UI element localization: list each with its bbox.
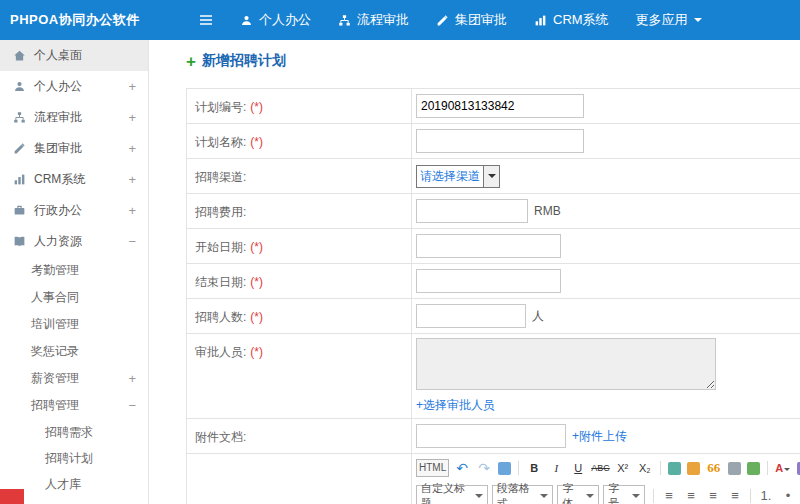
sidebar-item-hr-contract[interactable]: 人事合同 [0, 284, 148, 311]
topnav-label: CRM系统 [553, 11, 609, 29]
end-date-input[interactable] [416, 269, 561, 293]
field-label: 计划编号:(*) [187, 89, 412, 123]
field-label: 审批人员:(*) [187, 334, 412, 418]
annotate-button[interactable] [747, 462, 760, 475]
sidebar-item-salary-mgmt[interactable]: 薪资管理 + [0, 365, 148, 392]
form-row: 审批人员:(*) +选择审批人员 [187, 334, 800, 419]
plan-number-input[interactable] [416, 94, 584, 118]
font-size-select[interactable]: 字号 [603, 485, 645, 504]
format-brush-button[interactable] [687, 462, 700, 475]
paste-button[interactable] [728, 462, 741, 475]
sidebar-item-label: 个人办公 [34, 78, 82, 95]
undo-button[interactable]: ↶ [451, 459, 473, 477]
ordered-list-button[interactable]: 1. [755, 487, 777, 504]
sidebar-item-personal-desktop[interactable]: 个人桌面 [0, 40, 148, 71]
subscript-button[interactable]: X₂ [634, 459, 656, 477]
sidebar-item-recruit-demand[interactable]: 招聘需求 [0, 419, 148, 445]
topnav-personal-office[interactable]: 个人办公 [240, 11, 311, 29]
font-color-button[interactable]: A [772, 459, 794, 477]
form-row: 结束日期:(*) [187, 264, 800, 299]
align-left-button[interactable]: ≡ [658, 487, 680, 504]
home-icon [13, 49, 26, 62]
sidebar-bottom-red-badge [0, 489, 24, 504]
justify-button[interactable]: ≡ [724, 487, 746, 504]
app-brand: PHPOA协同办公软件 [0, 11, 162, 29]
recruit-channel-select[interactable]: 请选择渠道 [416, 165, 500, 188]
strikethrough-button[interactable]: ABC [589, 459, 612, 477]
align-right-button[interactable]: ≡ [702, 487, 724, 504]
currency-suffix: RMB [534, 204, 561, 218]
sidebar-item-label: 奖惩记录 [31, 343, 79, 360]
edit-icon [436, 14, 449, 27]
topnav-label: 集团审批 [455, 11, 507, 29]
redo-button[interactable]: ↷ [473, 459, 495, 477]
field-label-empty [187, 454, 412, 504]
field-label: 附件文档: [187, 419, 412, 453]
sidebar-item-attendance-mgmt[interactable]: 考勤管理 [0, 257, 148, 284]
sidebar-item-recruit-plan[interactable]: 招聘计划 [0, 445, 148, 471]
topnav-group-approval[interactable]: 集团审批 [436, 11, 507, 29]
sidebar-item-label: 人才库 [45, 476, 81, 493]
field-label: 结束日期:(*) [187, 264, 412, 298]
align-center-button[interactable]: ≡ [680, 487, 702, 504]
sidebar: 个人桌面 个人办公 + 流程审批 + 集团审批 + CRM系统 + 行政办公 + [0, 40, 149, 504]
headcount-input[interactable] [416, 304, 526, 328]
html-source-button[interactable]: HTML [416, 459, 449, 477]
person-icon [13, 80, 26, 93]
sidebar-item-admin-office[interactable]: 行政办公 + [0, 195, 148, 226]
editor-toolbar-row1: HTML ↶ ↷ B I U ABC X² X₂ 66 [412, 454, 800, 480]
search-replace-button[interactable] [498, 462, 511, 475]
heading-style-select[interactable]: 自定义标题 [416, 485, 488, 504]
plan-name-input[interactable] [416, 129, 584, 153]
unordered-list-button[interactable]: • [777, 487, 799, 504]
toolbar-separator [653, 489, 654, 503]
underline-button[interactable]: U [567, 459, 589, 477]
attachment-input[interactable] [416, 424, 566, 448]
toolbar-separator [518, 461, 519, 475]
bold-button[interactable]: B [523, 459, 545, 477]
required-mark: (*) [250, 275, 263, 289]
sidebar-item-label: 个人桌面 [34, 47, 82, 64]
topnav-label: 更多应用 [636, 11, 688, 29]
required-mark: (*) [250, 240, 263, 254]
sidebar-item-label: CRM系统 [34, 171, 85, 188]
expand-sign: − [128, 234, 136, 249]
sidebar-item-group-approval[interactable]: 集团审批 + [0, 133, 148, 164]
blockquote-button[interactable]: 66 [703, 459, 725, 477]
attachment-upload-link[interactable]: +附件上传 [572, 428, 627, 445]
sidebar-item-label: 培训管理 [31, 316, 79, 333]
recruit-cost-input[interactable] [416, 199, 528, 223]
sidebar-item-workflow-approval[interactable]: 流程审批 + [0, 102, 148, 133]
remove-format-button[interactable] [668, 462, 681, 475]
person-icon [240, 14, 253, 27]
topnav-workflow-approval[interactable]: 流程审批 [338, 11, 409, 29]
main-content: + 新增招聘计划 计划编号:(*) 计划名称:(*) [149, 40, 800, 504]
superscript-button[interactable]: X² [612, 459, 634, 477]
sidebar-item-label: 集团审批 [34, 140, 82, 157]
choose-approvers-link[interactable]: +选择审批人员 [416, 397, 495, 414]
caret-down-icon [694, 18, 702, 26]
approvers-textarea[interactable] [416, 338, 716, 390]
expand-sign: + [128, 141, 136, 156]
start-date-input[interactable] [416, 234, 561, 258]
topnav-more-apps[interactable]: 更多应用 [636, 11, 702, 29]
expand-sign: + [128, 203, 136, 218]
topnav-crm-system[interactable]: CRM系统 [534, 11, 609, 29]
form-row: 计划编号:(*) [187, 89, 800, 124]
font-family-select[interactable]: 字体 [557, 485, 599, 504]
paragraph-format-select[interactable]: 段落格式 [492, 485, 554, 504]
sidebar-item-label: 招聘计划 [45, 450, 93, 467]
sidebar-item-reward-punishment[interactable]: 奖惩记录 [0, 338, 148, 365]
sidebar-item-label: 行政办公 [34, 202, 82, 219]
sidebar-item-crm-system[interactable]: CRM系统 + [0, 164, 148, 195]
caret-down-icon [540, 494, 548, 502]
required-mark: (*) [250, 135, 263, 149]
sidebar-item-recruit-mgmt[interactable]: 招聘管理 − [0, 392, 148, 419]
sidebar-item-training-mgmt[interactable]: 培训管理 [0, 311, 148, 338]
sidebar-item-human-resources[interactable]: 人力资源 − [0, 226, 148, 257]
book-icon [13, 235, 26, 248]
italic-button[interactable]: I [545, 459, 567, 477]
sidebar-toggle-button[interactable] [198, 12, 214, 28]
sidebar-item-personal-office[interactable]: 个人办公 + [0, 71, 148, 102]
add-plus-icon: + [186, 53, 196, 70]
